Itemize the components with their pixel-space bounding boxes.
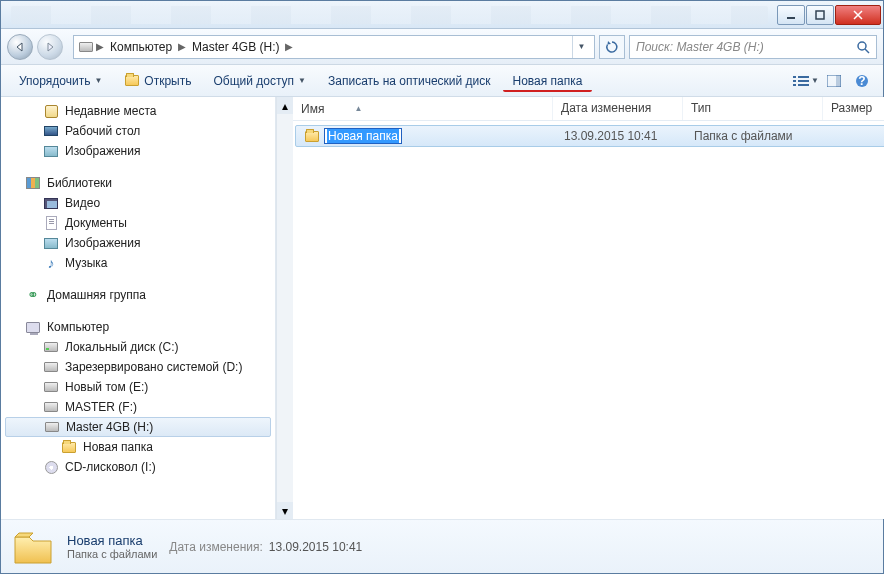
- burn-button[interactable]: Записать на оптический диск: [318, 70, 501, 92]
- breadcrumb-item[interactable]: Master 4GB (H:): [188, 40, 283, 54]
- sidebar-item-documents[interactable]: Документы: [1, 213, 275, 233]
- computer-icon: [25, 319, 41, 335]
- pictures-icon: [43, 143, 59, 159]
- breadcrumb-item[interactable]: Компьютер: [106, 40, 176, 54]
- sidebar-item-desktop[interactable]: Рабочий стол: [1, 121, 275, 141]
- close-button[interactable]: [835, 5, 881, 25]
- chevron-down-icon: ▼: [94, 76, 102, 85]
- scroll-down-icon[interactable]: ▾: [277, 502, 293, 519]
- back-button[interactable]: [7, 34, 33, 60]
- sidebar-group-homegroup[interactable]: ⚭Домашняя группа: [1, 285, 275, 305]
- breadcrumb-sep-icon: ▶: [176, 41, 188, 52]
- desktop-icon: [43, 123, 59, 139]
- address-dropdown[interactable]: ▼: [572, 36, 590, 58]
- view-mode-button[interactable]: ▼: [793, 70, 819, 92]
- drive-icon: [43, 379, 59, 395]
- sidebar-item-folder[interactable]: Новая папка: [1, 437, 275, 457]
- breadcrumb-sep-icon: ▶: [94, 41, 106, 52]
- file-date: 13.09.2015 10:41: [556, 129, 686, 143]
- open-button[interactable]: Открыть: [114, 69, 201, 93]
- sidebar-group-computer[interactable]: Компьютер: [1, 317, 275, 337]
- scroll-up-icon[interactable]: ▴: [277, 97, 293, 114]
- svg-rect-1: [816, 11, 824, 19]
- chevron-down-icon: ▼: [811, 76, 819, 85]
- file-list-pane: Имя▲ Дата изменения Тип Размер Новая пап…: [293, 97, 884, 519]
- forward-button[interactable]: [37, 34, 63, 60]
- document-icon: [43, 215, 59, 231]
- sidebar-drive-c[interactable]: Локальный диск (C:): [1, 337, 275, 357]
- svg-rect-7: [793, 84, 796, 86]
- column-header-name[interactable]: Имя▲: [293, 97, 553, 120]
- details-name: Новая папка: [67, 533, 157, 548]
- sidebar-group-libraries[interactable]: Библиотеки: [1, 173, 275, 193]
- svg-rect-10: [836, 75, 841, 87]
- sidebar-drive-h[interactable]: Master 4GB (H:): [5, 417, 271, 437]
- svg-rect-6: [798, 80, 809, 82]
- search-icon: [856, 40, 870, 54]
- file-type: Папка с файлами: [686, 129, 826, 143]
- rename-input[interactable]: Новая папка: [324, 128, 402, 144]
- folder-icon: [304, 128, 320, 144]
- sidebar-item-videos[interactable]: Видео: [1, 193, 275, 213]
- titlebar: [1, 1, 883, 29]
- column-header-date[interactable]: Дата изменения: [553, 97, 683, 120]
- recent-icon: [43, 103, 59, 119]
- column-headers: Имя▲ Дата изменения Тип Размер: [293, 97, 884, 121]
- details-date-value: 13.09.2015 10:41: [269, 540, 362, 554]
- drive-icon: [44, 419, 60, 435]
- chevron-down-icon: ▼: [298, 76, 306, 85]
- navbar: ▶ Компьютер ▶ Master 4GB (H:) ▶ ▼ Поиск:…: [1, 29, 883, 65]
- address-bar[interactable]: ▶ Компьютер ▶ Master 4GB (H:) ▶ ▼: [73, 35, 595, 59]
- maximize-button[interactable]: [806, 5, 834, 25]
- drive-icon: [78, 39, 94, 55]
- sidebar-drive-d[interactable]: Зарезервировано системой (D:): [1, 357, 275, 377]
- svg-rect-0: [787, 17, 795, 19]
- preview-pane-button[interactable]: [821, 70, 847, 92]
- folder-open-icon: [124, 73, 140, 89]
- sidebar-item-recent[interactable]: Недавние места: [1, 101, 275, 121]
- help-button[interactable]: ?: [849, 70, 875, 92]
- svg-rect-4: [798, 76, 809, 78]
- file-row[interactable]: Новая папка 13.09.2015 10:41 Папка с фай…: [295, 125, 884, 147]
- folder-icon: [61, 439, 77, 455]
- details-type: Папка с файлами: [67, 548, 157, 560]
- libraries-icon: [25, 175, 41, 191]
- svg-rect-3: [793, 76, 796, 78]
- sort-asc-icon: ▲: [354, 104, 362, 113]
- folder-large-icon: [11, 525, 55, 569]
- refresh-button[interactable]: [599, 35, 625, 59]
- file-list[interactable]: Новая папка 13.09.2015 10:41 Папка с фай…: [293, 121, 884, 519]
- sidebar-drive-e[interactable]: Новый том (E:): [1, 377, 275, 397]
- titlebar-blur: [11, 6, 768, 24]
- hdd-icon: [43, 339, 59, 355]
- svg-rect-8: [798, 84, 809, 86]
- sidebar-drive-cd[interactable]: CD-лисковол (I:): [1, 457, 275, 477]
- details-date-label: Дата изменения:: [169, 540, 263, 554]
- cd-icon: [43, 459, 59, 475]
- share-button[interactable]: Общий доступ ▼: [203, 70, 316, 92]
- column-header-size[interactable]: Размер: [823, 97, 884, 120]
- nav-pane: Недавние места Рабочий стол Изображения …: [1, 97, 276, 519]
- music-icon: ♪: [43, 255, 59, 271]
- video-icon: [43, 195, 59, 211]
- new-folder-button[interactable]: Новая папка: [503, 70, 593, 92]
- organize-button[interactable]: Упорядочить ▼: [9, 70, 112, 92]
- explorer-window: ▶ Компьютер ▶ Master 4GB (H:) ▶ ▼ Поиск:…: [0, 0, 884, 574]
- homegroup-icon: ⚭: [25, 287, 41, 303]
- search-placeholder: Поиск: Master 4GB (H:): [636, 40, 856, 54]
- search-input[interactable]: Поиск: Master 4GB (H:): [629, 35, 877, 59]
- toolbar: Упорядочить ▼ Открыть Общий доступ ▼ Зап…: [1, 65, 883, 97]
- sidebar-item-music[interactable]: ♪Музыка: [1, 253, 275, 273]
- main-area: Недавние места Рабочий стол Изображения …: [1, 97, 883, 519]
- drive-icon: [43, 359, 59, 375]
- column-header-type[interactable]: Тип: [683, 97, 823, 120]
- sidebar-item-pictures-lib[interactable]: Изображения: [1, 233, 275, 253]
- sidebar-item-pictures[interactable]: Изображения: [1, 141, 275, 161]
- sidebar-scrollbar[interactable]: ▴ ▾: [276, 97, 293, 519]
- minimize-button[interactable]: [777, 5, 805, 25]
- breadcrumb-sep-icon: ▶: [283, 41, 295, 52]
- details-pane: Новая папка Папка с файлами Дата изменен…: [1, 519, 883, 573]
- pictures-icon: [43, 235, 59, 251]
- svg-rect-5: [793, 80, 796, 82]
- sidebar-drive-f[interactable]: MASTER (F:): [1, 397, 275, 417]
